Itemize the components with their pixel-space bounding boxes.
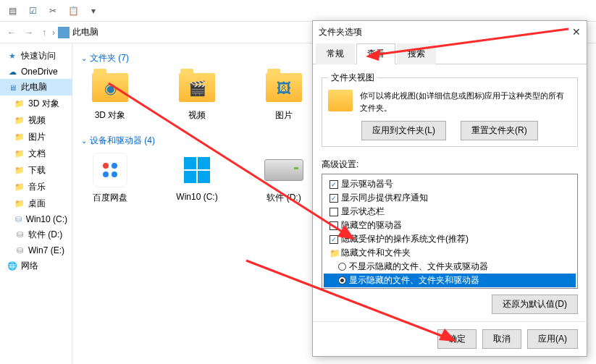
tab-0[interactable]: 常规 — [316, 43, 355, 64]
sidebar-item-13[interactable]: 🌐网络 — [0, 258, 72, 274]
sidebar-label: 文档 — [28, 148, 46, 160]
restore-defaults-button[interactable]: 还原为默认值(D) — [492, 295, 578, 314]
drive-item-1[interactable]: Win10 (C:) — [168, 153, 226, 204]
tree-label: 隐藏文件和文件夹 — [341, 247, 411, 259]
checkbox-icon[interactable]: ✓ — [330, 194, 338, 203]
folder-item-2[interactable]: 🖼图片 — [255, 70, 313, 122]
folder-icon: 🎬 — [183, 79, 211, 98]
sidebar-item-9[interactable]: 📁桌面 — [0, 195, 72, 212]
drive-icon — [263, 153, 305, 187]
pc-icon — [58, 27, 70, 38]
folder-view-legend: 文件夹视图 — [328, 72, 377, 84]
sidebar-item-12[interactable]: ⛁Win7 (E:) — [0, 243, 72, 258]
ok-button[interactable]: 确定 — [437, 329, 477, 349]
item-label: 视频 — [188, 109, 206, 122]
sidebar-label: 网络 — [21, 260, 38, 272]
tree-item-0[interactable]: ✓显示驱动器号 — [324, 177, 576, 191]
tree-label: 隐藏受保护的操作系统文件(推荐) — [341, 233, 469, 245]
sidebar-item-6[interactable]: 📁文档 — [0, 145, 72, 162]
sidebar-item-5[interactable]: 📁图片 — [0, 129, 72, 145]
file-menu-icon[interactable]: ▤ — [4, 3, 20, 19]
dialog-tabs: 常规查看搜索 — [313, 43, 587, 64]
copy-icon[interactable]: ✂ — [45, 3, 61, 19]
close-icon[interactable]: ✕ — [572, 26, 581, 38]
forward-icon[interactable]: → — [22, 27, 36, 38]
checkbox-icon[interactable]: ✓ — [330, 180, 338, 189]
item-label: Win10 (C:) — [176, 192, 217, 202]
sidebar-icon: 📁 — [14, 182, 25, 192]
advanced-label: 高级设置: — [322, 158, 578, 171]
sidebar-icon: ⛁ — [14, 245, 25, 255]
advanced-settings-tree[interactable]: ✓显示驱动器号✓显示同步提供程序通知显示状态栏隐藏空的驱动器✓隐藏受保护的操作系… — [322, 174, 578, 289]
svg-point-1 — [112, 163, 117, 169]
sidebar-icon: ⛁ — [14, 214, 22, 224]
folder-icon: 🖼 — [270, 79, 298, 98]
dialog-footer: 确定 取消 应用(A) — [313, 321, 587, 356]
sidebar-item-10[interactable]: ⛁Win10 (C:) — [0, 212, 72, 227]
props-icon[interactable]: ☑ — [25, 3, 41, 19]
reset-folders-button[interactable]: 重置文件夹(R) — [461, 121, 538, 140]
checkbox-icon[interactable] — [330, 208, 338, 216]
tree-item-4[interactable]: ✓隐藏受保护的操作系统文件(推荐) — [324, 232, 576, 246]
address-text[interactable]: 此电脑 — [72, 26, 98, 38]
folder-view-icon — [328, 90, 353, 111]
up-icon[interactable]: ↑ — [39, 27, 49, 38]
tree-item-1[interactable]: ✓显示同步提供程序通知 — [324, 191, 576, 205]
sidebar-icon: ☁ — [7, 67, 17, 77]
apply-button[interactable]: 应用(A) — [527, 329, 578, 349]
folder-item-1[interactable]: 🎬视频 — [168, 70, 226, 122]
radio-icon[interactable] — [338, 263, 346, 271]
cancel-button[interactable]: 取消 — [482, 329, 521, 349]
tree-label: 显示驱动器号 — [341, 178, 393, 190]
radio-icon[interactable] — [338, 276, 346, 284]
back-icon[interactable]: ← — [4, 27, 19, 38]
baidu-icon — [93, 153, 127, 187]
sidebar-item-8[interactable]: 📁音乐 — [0, 179, 72, 195]
addr-sep: › — [52, 27, 55, 38]
tree-label: 不显示隐藏的文件、文件夹或驱动器 — [349, 261, 488, 273]
tab-2[interactable]: 搜索 — [397, 43, 436, 64]
tab-1[interactable]: 查看 — [356, 43, 395, 64]
tree-label: 隐藏文件夹合并冲突 — [341, 288, 419, 289]
sidebar-icon: 📁 — [14, 116, 25, 126]
tree-item-6[interactable]: 不显示隐藏的文件、文件夹或驱动器 — [324, 260, 576, 274]
sidebar-item-2[interactable]: 🖥此电脑 — [0, 79, 72, 96]
sidebar-label: 桌面 — [28, 198, 46, 210]
dialog-titlebar: 文件夹选项 ✕ — [313, 21, 587, 43]
folder-view-text: 你可以将此视图(如详细信息或图标)应用于这种类型的所有文件夹。 — [360, 90, 571, 114]
tree-item-8[interactable]: 隐藏文件夹合并冲突 — [324, 287, 576, 289]
sidebar-icon: 📁 — [14, 132, 25, 143]
paste-icon[interactable]: 📋 — [65, 3, 81, 19]
checkbox-icon[interactable] — [330, 221, 338, 230]
tree-item-7[interactable]: 显示隐藏的文件、文件夹和驱动器 — [324, 274, 576, 287]
tree-item-2[interactable]: 显示状态栏 — [324, 205, 576, 219]
svg-point-2 — [103, 172, 109, 177]
sidebar-item-1[interactable]: ☁OneDrive — [0, 64, 72, 79]
sidebar-label: 图片 — [28, 131, 46, 143]
item-label: 3D 对象 — [95, 109, 126, 122]
folder-item-0[interactable]: ◉3D 对象 — [81, 70, 139, 122]
sidebar-label: 音乐 — [28, 181, 46, 193]
sidebar-item-7[interactable]: 📁下载 — [0, 162, 72, 179]
sidebar-item-4[interactable]: 📁视频 — [0, 112, 72, 129]
tree-item-3[interactable]: 隐藏空的驱动器 — [324, 219, 576, 232]
sidebar-icon: 📁 — [14, 149, 25, 159]
sidebar-item-3[interactable]: 📁3D 对象 — [0, 96, 72, 112]
window-toolbar: ▤ ☑ ✂ 📋 ▾ — [0, 0, 596, 22]
windows-icon — [176, 153, 218, 187]
sidebar-icon: 🖥 — [7, 82, 17, 93]
checkbox-icon[interactable]: ✓ — [330, 235, 338, 244]
drive-item-0[interactable]: 百度网盘 — [81, 153, 139, 204]
folder-node-icon: 📁 — [330, 248, 338, 258]
item-label: 图片 — [275, 109, 293, 122]
sidebar-label: 下载 — [28, 164, 46, 177]
tree-item-5[interactable]: 📁隐藏文件和文件夹 — [324, 246, 576, 260]
apply-to-folders-button[interactable]: 应用到文件夹(L) — [361, 121, 446, 140]
tree-label: 隐藏空的驱动器 — [341, 219, 402, 232]
nav-sidebar: ★快速访问☁OneDrive🖥此电脑📁3D 对象📁视频📁图片📁文档📁下载📁音乐📁… — [0, 43, 72, 364]
toolbar-dropdown-icon[interactable]: ▾ — [85, 3, 101, 19]
sidebar-item-0[interactable]: ★快速访问 — [0, 48, 72, 64]
sidebar-icon: 📁 — [14, 199, 25, 209]
sidebar-item-11[interactable]: ⛁软件 (D:) — [0, 227, 72, 243]
drive-item-2[interactable]: 软件 (D:) — [255, 153, 313, 204]
